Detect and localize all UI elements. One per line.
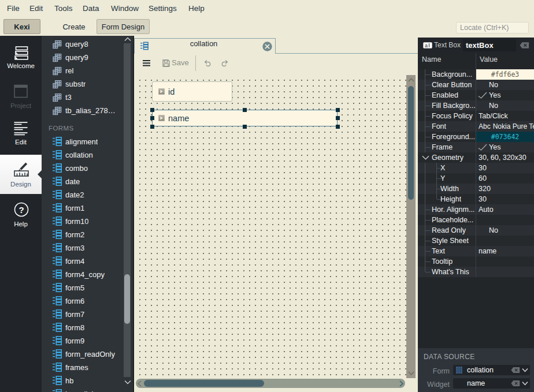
navigator-item-frames[interactable]: frames xyxy=(42,361,128,374)
tree-line xyxy=(425,95,431,96)
navigator-item-date[interactable]: date xyxy=(42,175,128,188)
property-value-color[interactable]: #fdf6e3 xyxy=(476,69,534,80)
navigator-item-form2[interactable]: form2 xyxy=(42,228,128,241)
property-value[interactable]: Yes xyxy=(489,142,500,152)
navigator-item-form7[interactable]: form7 xyxy=(42,308,128,321)
data-source-form-combo[interactable]: collation xyxy=(453,365,530,375)
navigator-item-hb[interactable]: hb xyxy=(42,374,128,387)
property-value[interactable]: 30 xyxy=(479,194,487,204)
property-value-color[interactable]: #073642 xyxy=(476,132,534,142)
selection-handle[interactable] xyxy=(336,125,340,129)
hamburger-icon[interactable] xyxy=(143,60,150,66)
navigator-item-form5[interactable]: form5 xyxy=(42,281,128,294)
navigator-item-alignment[interactable]: alignment xyxy=(42,135,128,148)
navigator-item-query8[interactable]: query8 xyxy=(42,38,128,51)
scroll-down-icon[interactable] xyxy=(408,371,414,375)
navigator-scrollbar-track[interactable] xyxy=(124,43,131,377)
menu-item-window[interactable]: Window xyxy=(111,4,139,13)
navigator-item-tb_alias_278[interactable]: tb_alias_278… xyxy=(42,104,128,117)
redo-icon[interactable] xyxy=(221,59,228,67)
property-value[interactable]: 60 xyxy=(479,173,487,184)
navigator-item-form4_copy[interactable]: form4_copy xyxy=(42,268,128,281)
nav-down-icon[interactable] xyxy=(124,380,131,384)
property-value[interactable]: No xyxy=(489,225,498,236)
navigator-item-form10[interactable]: form10 xyxy=(42,215,128,228)
save-icon[interactable] xyxy=(162,59,170,67)
expander-down-icon[interactable] xyxy=(422,155,429,160)
nav-up-icon[interactable] xyxy=(124,37,131,42)
selection-handle[interactable] xyxy=(243,125,247,129)
selection-handle[interactable] xyxy=(150,108,154,112)
property-name: Read Only xyxy=(432,225,466,236)
backspace-icon[interactable] xyxy=(511,367,520,374)
data-source-widget-label: Widget xyxy=(418,379,450,390)
navigator-item-form1[interactable]: form1 xyxy=(42,201,128,215)
menu-item-settings[interactable]: Settings xyxy=(149,4,177,13)
property-value[interactable]: 30, 60, 320x30 xyxy=(479,152,526,163)
close-icon[interactable] xyxy=(262,42,272,51)
navigator-item-form9[interactable]: form9 xyxy=(42,334,128,348)
property-name: Frame xyxy=(432,142,453,152)
selection-handle[interactable] xyxy=(150,116,154,120)
property-value[interactable]: 320 xyxy=(479,184,491,194)
property-value[interactable]: Tab/Click xyxy=(479,111,508,121)
navigator-item-rel[interactable]: rel xyxy=(42,64,128,77)
navigator-item-form3[interactable]: form3 xyxy=(42,241,128,255)
property-value[interactable]: Auto xyxy=(479,204,494,215)
menu-item-help[interactable]: Help xyxy=(188,4,205,13)
navigator-item-collation[interactable]: collation xyxy=(42,148,128,162)
selection-handle[interactable] xyxy=(336,116,340,120)
locate-input[interactable] xyxy=(456,22,529,33)
backspace-icon[interactable] xyxy=(511,380,520,387)
property-object-name-field[interactable]: textBox xyxy=(463,39,516,51)
tab-kexi[interactable]: Kexi xyxy=(3,19,40,34)
navigator-item-hyperlink[interactable]: hyperlink xyxy=(42,387,128,392)
data-source-dock: DATA SOURCE Form collation Widget name xyxy=(418,348,534,392)
canvas-horizontal-scrollbar[interactable] xyxy=(136,379,405,388)
backspace-icon[interactable] xyxy=(520,42,529,49)
canvas-vertical-scrollbar[interactable] xyxy=(406,75,416,378)
navigator-item-combo[interactable]: combo xyxy=(42,162,128,175)
menu-item-data[interactable]: Data xyxy=(83,4,99,13)
property-value[interactable]: name xyxy=(479,246,496,256)
property-value[interactable]: 30 xyxy=(479,163,487,173)
property-value[interactable]: No xyxy=(489,100,498,111)
navigator-item-t3[interactable]: t3 xyxy=(42,91,128,104)
property-name: Foreground... xyxy=(432,132,475,142)
tab-form-design[interactable]: Form Design xyxy=(97,19,150,34)
textbox-widget-id[interactable]: id xyxy=(152,81,232,102)
undo-icon[interactable] xyxy=(204,59,211,67)
navigator-item-form_readOnly[interactable]: form_readOnly xyxy=(42,348,128,361)
form-icon xyxy=(53,389,62,392)
navigator-item-form6[interactable]: form6 xyxy=(42,294,128,308)
property-value[interactable]: No xyxy=(489,80,498,90)
combo-chevron-icon[interactable] xyxy=(522,368,528,372)
navigator-item-date2[interactable]: date2 xyxy=(42,188,128,201)
menu-item-file[interactable]: File xyxy=(7,4,20,13)
form-icon xyxy=(53,216,62,226)
selection-handle[interactable] xyxy=(243,108,247,112)
navigator-item-query9[interactable]: query9 xyxy=(42,51,128,64)
navigator-item-form4[interactable]: form4 xyxy=(42,255,128,268)
property-value[interactable]: AbcNokia Pure Te xyxy=(479,121,534,132)
tab-create[interactable]: Create xyxy=(55,19,93,34)
navigator-scrollbar-thumb[interactable] xyxy=(124,274,130,324)
navigator-item-label: t3 xyxy=(65,93,72,102)
scroll-up-icon[interactable] xyxy=(408,78,414,82)
doc-form-icon xyxy=(140,42,149,50)
navigator-item-form8[interactable]: form8 xyxy=(42,321,128,334)
selection-handle[interactable] xyxy=(150,125,154,129)
property-value[interactable]: Yes xyxy=(489,90,500,100)
selection-handle[interactable] xyxy=(336,108,340,112)
scroll-right-icon[interactable] xyxy=(399,380,403,387)
save-button[interactable]: Save xyxy=(172,55,189,70)
combo-chevron-icon[interactable] xyxy=(522,381,528,386)
menu-item-edit[interactable]: Edit xyxy=(29,4,43,13)
canvas-vertical-scrollbar-thumb[interactable] xyxy=(408,86,414,200)
query-icon xyxy=(53,106,62,115)
menu-item-tools[interactable]: Tools xyxy=(54,4,73,13)
data-source-widget-combo[interactable]: name xyxy=(453,378,530,389)
navigator-item-substr[interactable]: substr xyxy=(42,77,128,91)
canvas-horizontal-scrollbar-thumb[interactable] xyxy=(144,380,264,387)
scroll-left-icon[interactable] xyxy=(138,380,142,387)
